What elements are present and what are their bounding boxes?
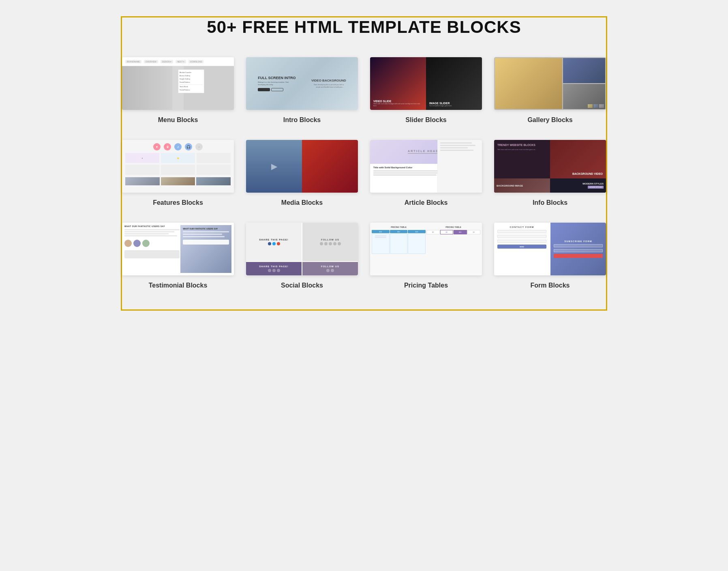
block-preview-social[interactable]: SHARE THIS PAGE! FOLLOW US	[246, 223, 358, 275]
soc-follow-title2: FOLLOW US	[321, 265, 339, 268]
test-header: WHAT OUR FANTASTIC USERS SAY	[124, 225, 180, 228]
test-r-header: WHAT OUR FANTASTIC USERS SAY	[183, 228, 229, 230]
art-side-line4	[440, 150, 474, 151]
feat-icon-music: ♬	[174, 143, 182, 150]
menu-nav-item3: NEXT ▾	[176, 60, 186, 63]
block-preview-article[interactable]: ARTICLE HEADER Title with Solid Backgrou…	[370, 140, 482, 193]
block-info[interactable]: TRENDY WEBSITE BLOCKS Text here and here…	[494, 140, 606, 206]
soc-follow-icon2[interactable]	[324, 242, 328, 245]
test-line3	[124, 233, 169, 234]
intro-title: FULL SCREEN INTRO	[258, 76, 295, 80]
price-col-head1: $10	[372, 230, 390, 233]
block-form[interactable]: CONTACT FORM SEND SUBSCRIBE FORM Form Bl…	[494, 223, 606, 289]
block-label-info: Info Blocks	[533, 199, 567, 206]
soc-gp[interactable]	[277, 242, 280, 245]
image-slider-label: IMAGE SLIDER	[429, 102, 479, 105]
art-side-line2	[440, 145, 476, 146]
image-slider-sub: Your beautiful image goes here	[429, 105, 479, 107]
feat-img3	[196, 177, 231, 185]
feat-icon-crown: ♛	[164, 143, 171, 150]
page-wrapper: 50+ FREE HTML TEMPLATE BLOCKS BRANDNAME …	[121, 16, 607, 311]
info-badge: HOVER STYLES	[588, 186, 604, 189]
block-social[interactable]: SHARE THIS PAGE! FOLLOW US	[246, 223, 358, 289]
block-preview-intro[interactable]: FULL SCREEN INTRO Making it is a free bo…	[246, 57, 358, 110]
block-label-pricing: Pricing Tables	[404, 282, 448, 289]
info-modern-text: MODERN STYLES	[582, 182, 604, 185]
block-preview-form[interactable]: CONTACT FORM SEND SUBSCRIBE FORM	[494, 223, 606, 275]
gallery-thumb2	[593, 104, 598, 108]
info-vid-label: BACKGROUND VIDEO	[553, 172, 603, 175]
soc-follow-icon4[interactable]	[333, 242, 336, 245]
soc-tw[interactable]	[272, 242, 276, 245]
form-field1[interactable]	[497, 230, 546, 233]
block-label-testimonial: Testimonial Blocks	[149, 282, 208, 289]
price-white-col2: $0	[440, 230, 454, 234]
test-input-right	[183, 240, 229, 245]
info-title1: TRENDY WEBSITE BLOCKS	[497, 143, 547, 147]
soc-follow-dark1[interactable]	[326, 269, 330, 272]
soc-dark-icon3[interactable]	[277, 269, 280, 272]
video-slide-label: VIDEO SLIDE	[373, 100, 423, 103]
avatar2	[133, 240, 141, 247]
soc-follow-icon3[interactable]	[329, 242, 332, 245]
block-testimonial[interactable]: WHAT OUR FANTASTIC USERS SAY	[122, 223, 234, 289]
video-bg-label: VIDEO BACKGROUND	[311, 79, 346, 82]
soc-follow-icon5[interactable]	[338, 242, 341, 245]
form-field2[interactable]	[497, 235, 546, 238]
block-preview-slider[interactable]: VIDEO SLIDE Slide with cool video backgr…	[370, 57, 482, 110]
soc-follow-icon1[interactable]	[320, 242, 323, 245]
block-preview-testimonial[interactable]: WHAT OUR FANTASTIC USERS SAY	[122, 223, 234, 275]
test-r-line2	[183, 234, 222, 235]
block-label-menu: Menu Blocks	[158, 116, 198, 124]
pricing-label1: PRICING TABLE	[372, 226, 426, 228]
block-article[interactable]: ARTICLE HEADER Title with Solid Backgrou…	[370, 140, 482, 206]
block-intro[interactable]: FULL SCREEN INTRO Making it is a free bo…	[246, 57, 358, 124]
block-preview-pricing[interactable]: PRICING TABLE $10 $10	[370, 223, 482, 275]
block-pricing[interactable]: PRICING TABLE $10 $10	[370, 223, 482, 289]
soc-dark-icon1[interactable]	[268, 269, 271, 272]
sub-field2[interactable]	[554, 249, 603, 252]
gallery-thumb3	[599, 104, 604, 108]
info-bg-text: BACKGROUND IMAGE	[497, 185, 523, 187]
menu-nav-item4: DOWNLOAD	[188, 60, 203, 63]
feat-cell5	[161, 165, 195, 175]
soc-follow-dark2[interactable]	[331, 269, 334, 272]
avatar1	[124, 240, 132, 247]
menu-nav-item: OVERVIEW	[144, 60, 158, 63]
video-slide-sub: Slide with cool video background and som…	[373, 103, 423, 107]
sub-submit-btn[interactable]	[554, 254, 603, 258]
block-label-features: Features Blocks	[153, 199, 203, 206]
block-preview-info[interactable]: TRENDY WEBSITE BLOCKS Text here and here…	[494, 140, 606, 193]
menu-dropdown-item3: Simple Gallery	[180, 77, 203, 81]
test-line4	[124, 235, 177, 236]
test-input-field	[124, 250, 180, 258]
sub-field1[interactable]	[554, 244, 603, 247]
contact-form-title: CONTACT FORM	[497, 226, 546, 228]
block-preview-features[interactable]: ♥ ♛ ♬ 🎧 + ♥ ⭐	[122, 140, 234, 193]
price-white-col4: $0	[467, 230, 481, 234]
media-video-area	[246, 140, 302, 193]
feat-icon-extra: +	[195, 143, 203, 150]
soc-dark-icon2[interactable]	[272, 269, 276, 272]
feat-icon-headphone: 🎧	[185, 143, 192, 150]
test-r-line3	[183, 236, 224, 237]
art-side-line1	[440, 142, 472, 144]
block-features[interactable]: ♥ ♛ ♬ 🎧 + ♥ ⭐	[122, 140, 234, 206]
feat-icon-heart: ♥	[153, 143, 161, 150]
block-preview-menu[interactable]: BRANDNAME OVERVIEW DESIGN ▾ NEXT ▾ DOWNL…	[122, 57, 234, 110]
block-slider[interactable]: VIDEO SLIDE Slide with cool video backgr…	[370, 57, 482, 124]
gallery-thumb1	[588, 104, 593, 108]
menu-dropdown-item4: Social Buttons	[180, 81, 203, 84]
block-label-social: Social Blocks	[281, 282, 323, 289]
block-menu[interactable]: BRANDNAME OVERVIEW DESIGN ▾ NEXT ▾ DOWNL…	[122, 57, 234, 124]
block-preview-media[interactable]	[246, 140, 358, 193]
form-field3[interactable]	[497, 240, 546, 243]
menu-dropdown-item6: Social Buttons	[180, 88, 203, 92]
menu-dropdown-item: Module Founder	[180, 71, 203, 74]
block-gallery[interactable]: Gallery Blocks	[494, 57, 606, 124]
soc-fb[interactable]	[268, 242, 271, 245]
block-preview-gallery[interactable]	[494, 57, 606, 110]
form-submit-btn[interactable]: SEND	[497, 245, 546, 249]
menu-dropdown-item2: Across Gallery	[180, 74, 203, 77]
block-media[interactable]: Media Blocks	[246, 140, 358, 206]
